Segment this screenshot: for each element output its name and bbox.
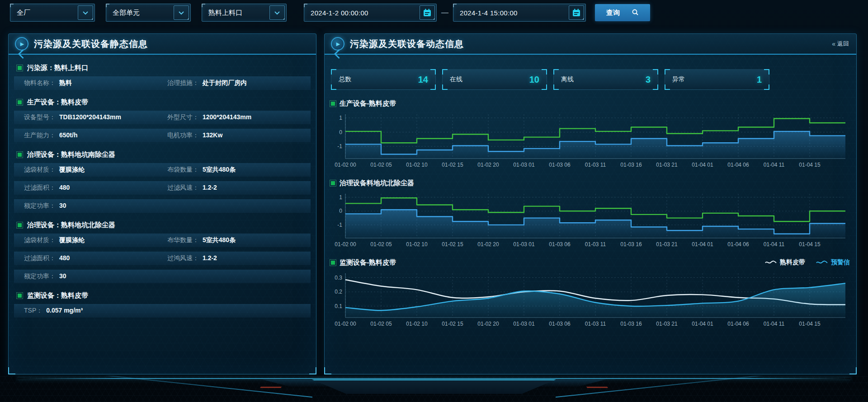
info-value: 1200*204143mm <box>203 113 251 121</box>
svg-text:01-02 10: 01-02 10 <box>406 241 428 248</box>
stat-label-abnormal: 异常 <box>672 75 685 84</box>
info-pair-row: TSP：0.057 mg/m³ <box>14 304 311 318</box>
svg-text:01-02 00: 01-02 00 <box>335 241 356 248</box>
info-label: 电机功率： <box>167 131 199 140</box>
info-value: 650t/h <box>59 131 77 139</box>
svg-text:01-03 16: 01-03 16 <box>620 241 642 248</box>
calendar-icon[interactable] <box>569 5 584 20</box>
svg-text:-1: -1 <box>337 143 342 150</box>
legend-item-0[interactable]: 熟料皮带 <box>765 258 805 266</box>
info-label: 设备型号： <box>24 113 56 122</box>
info-label: 过鸿风速： <box>167 254 199 262</box>
stat-value-online: 10 <box>529 75 539 85</box>
svg-text:01-04 06: 01-04 06 <box>727 162 749 168</box>
toolbar: 全厂 全部单元 熟料上料口 2024-1-2 00:00:00 — 2024-1 <box>10 4 650 22</box>
green-square-bullet <box>18 294 22 298</box>
info-cell: 外型尺寸：1200*204143mm <box>167 113 311 122</box>
svg-text:01-03 01: 01-03 01 <box>513 321 535 327</box>
end-datetime-value: 2024-1-4 15:00:00 <box>460 9 518 17</box>
svg-text:01-03 11: 01-03 11 <box>585 162 606 168</box>
info-label: 额定功率： <box>24 272 56 280</box>
svg-text:01-03 21: 01-03 21 <box>656 162 678 168</box>
info-section-title: 治理设备：熟料地坑北除尘器 <box>27 221 115 229</box>
static-info-list: 污染源：熟料上料口物料名称：熟料治理措施：处于封闭厂房内生产设备：熟料皮带设备型… <box>9 55 316 318</box>
svg-text:0: 0 <box>339 208 342 214</box>
green-square-bullet <box>18 66 22 70</box>
chart-title-row: 监测设备-熟料皮带熟料皮带预警信 <box>331 256 850 269</box>
svg-text:01-04 11: 01-04 11 <box>764 321 785 327</box>
info-section-row: 监测设备：熟料皮带 <box>14 288 311 303</box>
legend-line-icon <box>765 258 777 266</box>
info-value: 1.2-2 <box>203 184 217 191</box>
stat-card-online: 在线10 <box>442 69 547 90</box>
start-datetime-input[interactable]: 2024-1-2 00:00:00 <box>304 4 437 22</box>
svg-text:0: 0 <box>339 129 342 136</box>
dynamic-panel-header: ▶ 污染源及关联设备动态信息 « 返回 <box>325 34 856 55</box>
plant-select-value: 全厂 <box>17 9 30 17</box>
green-square-bullet <box>18 100 22 104</box>
svg-text:01-03 11: 01-03 11 <box>585 321 606 327</box>
pollution-point-select-value: 熟料上料口 <box>208 9 242 17</box>
info-value: 覆膜涤纶 <box>59 236 85 244</box>
info-cell: 治理措施：处于封闭厂房内 <box>167 79 311 87</box>
info-value: 5室共480条 <box>203 166 236 174</box>
stat-label-total: 总数 <box>339 75 351 84</box>
info-cell: 设备型号：TDB1200*204143mm <box>24 113 167 122</box>
svg-text:01-02 00: 01-02 00 <box>335 162 356 168</box>
svg-text:01-03 16: 01-03 16 <box>620 162 642 168</box>
info-cell: 过滤面积：480 <box>24 184 167 192</box>
legend-item-1[interactable]: 预警信 <box>816 258 850 266</box>
info-value: 132Kw <box>203 131 222 139</box>
info-cell: TSP：0.057 mg/m³ <box>24 307 167 315</box>
info-cell: 生产能力：650t/h <box>24 131 167 140</box>
chart-block-monitoring-equipment: 监测设备-熟料皮带熟料皮带预警信0.10.20.301-02 0001-02 0… <box>331 256 850 331</box>
chart-block-production-equipment: 生产设备-熟料皮带-10101-02 0001-02 0501-02 1001-… <box>331 97 850 172</box>
charts-container: 生产设备-熟料皮带-10101-02 0001-02 0501-02 1001-… <box>331 97 850 331</box>
svg-text:01-03 21: 01-03 21 <box>656 321 678 327</box>
back-button[interactable]: « 返回 <box>832 40 849 48</box>
green-square-bullet <box>331 181 335 185</box>
svg-text:01-04 06: 01-04 06 <box>727 321 749 327</box>
info-value: 熟料 <box>59 79 72 87</box>
svg-text:01-02 15: 01-02 15 <box>442 162 463 168</box>
chevron-down-icon[interactable] <box>78 5 93 20</box>
chevron-down-icon[interactable] <box>269 5 285 20</box>
info-section-row: 生产设备：熟料皮带 <box>14 94 311 110</box>
svg-text:01-02 20: 01-02 20 <box>477 321 499 327</box>
chart-title-treatment-equipment: 治理设备料地坑北除尘器 <box>340 179 414 187</box>
chart-svg-production-equipment: -10101-02 0001-02 0501-02 1001-02 1501-0… <box>331 111 849 170</box>
svg-text:-1: -1 <box>337 222 342 228</box>
stat-card-offline: 离线3 <box>553 69 658 90</box>
info-section-title: 治理设备：熟料地坑南除尘器 <box>27 150 115 159</box>
svg-text:01-02 10: 01-02 10 <box>406 321 428 327</box>
info-cell: 布袋数量：5室共480条 <box>167 166 311 174</box>
svg-text:01-04 01: 01-04 01 <box>692 321 713 327</box>
info-section-row: 治理设备：熟料地坑南除尘器 <box>14 147 311 162</box>
svg-text:01-02 05: 01-02 05 <box>370 241 392 248</box>
plant-select[interactable]: 全厂 <box>10 4 95 22</box>
svg-text:01-03 16: 01-03 16 <box>620 321 642 327</box>
info-pair-row: 额定功率：30 <box>14 270 311 283</box>
svg-text:01-03 06: 01-03 06 <box>549 241 571 248</box>
end-datetime-input[interactable]: 2024-1-4 15:00:00 <box>453 4 586 22</box>
chart-legend: 熟料皮带预警信 <box>765 258 850 266</box>
calendar-icon[interactable] <box>420 5 435 20</box>
svg-text:01-02 20: 01-02 20 <box>477 241 499 248</box>
info-label: 过滤面积： <box>24 254 56 262</box>
static-info-panel: ▶ 污染源及关联设备静态信息 污染源：熟料上料口物料名称：熟料治理措施：处于封闭… <box>8 33 316 374</box>
pollution-point-select[interactable]: 熟料上料口 <box>202 4 287 22</box>
info-cell: 物料名称：熟料 <box>24 79 167 87</box>
chart-block-treatment-equipment: 治理设备料地坑北除尘器-10101-02 0001-02 0501-02 100… <box>331 177 850 252</box>
svg-text:01-02 20: 01-02 20 <box>477 162 499 168</box>
stat-card-abnormal: 异常1 <box>665 69 769 90</box>
svg-text:01-04 06: 01-04 06 <box>727 241 749 248</box>
unit-select-value: 全部单元 <box>113 9 140 17</box>
info-section-title: 污染源：熟料上料口 <box>27 64 88 72</box>
chevron-down-icon[interactable] <box>174 5 189 20</box>
query-button[interactable]: 查询 <box>595 4 650 21</box>
info-pair-row: 过滤面积：480过鸿风速：1.2-2 <box>14 252 311 265</box>
info-pair-row: 物料名称：熟料治理措施：处于封闭厂房内 <box>14 76 311 90</box>
info-value: 处于封闭厂房内 <box>203 79 247 87</box>
chart-title-row: 生产设备-熟料皮带 <box>331 97 850 110</box>
unit-select[interactable]: 全部单元 <box>106 4 191 22</box>
